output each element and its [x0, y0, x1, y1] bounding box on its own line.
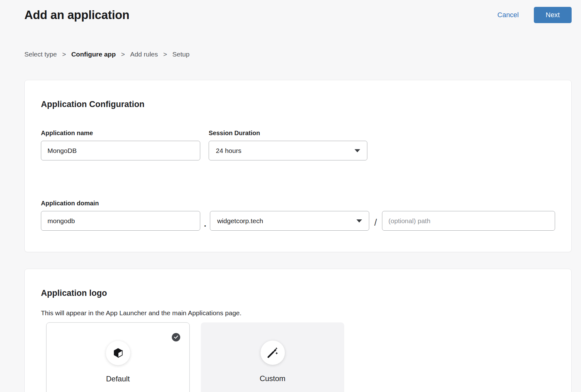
- path-input[interactable]: [382, 211, 555, 231]
- add-application-page: Add an application Cancel Next Select ty…: [24, 0, 572, 392]
- session-duration-value: 24 hours: [216, 147, 241, 154]
- breadcrumb-step-setup[interactable]: Setup: [172, 51, 190, 58]
- breadcrumb-step-select-type[interactable]: Select type: [24, 51, 57, 58]
- page-title: Add an application: [24, 8, 129, 22]
- logo-option-label: Default: [106, 375, 130, 383]
- breadcrumb-separator: >: [163, 51, 167, 58]
- application-configuration-heading: Application Configuration: [41, 80, 555, 109]
- application-name-input[interactable]: [41, 141, 200, 160]
- application-domain-row: . widgetcorp.tech /: [41, 211, 555, 231]
- session-duration-label: Session Duration: [209, 130, 367, 137]
- check-icon: [172, 333, 180, 341]
- breadcrumb-step-configure-app: Configure app: [71, 51, 116, 58]
- subdomain-input[interactable]: [41, 211, 200, 231]
- logo-options: Default Custom: [46, 322, 555, 392]
- application-configuration-card: Application Configuration Application na…: [24, 80, 572, 252]
- breadcrumb-step-add-rules[interactable]: Add rules: [130, 51, 158, 58]
- application-logo-heading: Application logo: [41, 269, 555, 298]
- cube-icon: [106, 341, 130, 365]
- application-name-field: Application name: [41, 130, 200, 160]
- breadcrumb: Select type > Configure app > Add rules …: [24, 51, 572, 58]
- name-session-row: Application name Session Duration 24 hou…: [41, 130, 555, 160]
- breadcrumb-separator: >: [62, 51, 66, 58]
- dot-separator: .: [204, 219, 206, 231]
- application-logo-description: This will appear in the App Launcher and…: [41, 309, 555, 317]
- slash-separator: /: [374, 217, 377, 231]
- chevron-down-icon: [355, 149, 360, 152]
- next-button[interactable]: Next: [534, 7, 572, 23]
- logo-option-custom[interactable]: Custom: [201, 322, 344, 392]
- application-domain-field: Application domain . widgetcorp.tech /: [41, 200, 555, 231]
- session-duration-select[interactable]: 24 hours: [209, 141, 367, 160]
- logo-option-default[interactable]: Default: [46, 322, 190, 392]
- application-logo-card: Application logo This will appear in the…: [24, 269, 572, 392]
- session-duration-field: Session Duration 24 hours: [209, 130, 367, 160]
- application-name-label: Application name: [41, 130, 200, 137]
- application-domain-label: Application domain: [41, 200, 555, 207]
- breadcrumb-separator: >: [121, 51, 125, 58]
- page-header: Add an application Cancel Next: [24, 0, 572, 23]
- magic-wand-icon: [261, 341, 285, 365]
- domain-select[interactable]: widgetcorp.tech: [210, 211, 369, 231]
- header-actions: Cancel Next: [497, 7, 572, 23]
- domain-select-value: widgetcorp.tech: [217, 217, 263, 225]
- logo-option-label: Custom: [260, 374, 286, 383]
- chevron-down-icon: [356, 219, 362, 223]
- cancel-button[interactable]: Cancel: [497, 11, 519, 19]
